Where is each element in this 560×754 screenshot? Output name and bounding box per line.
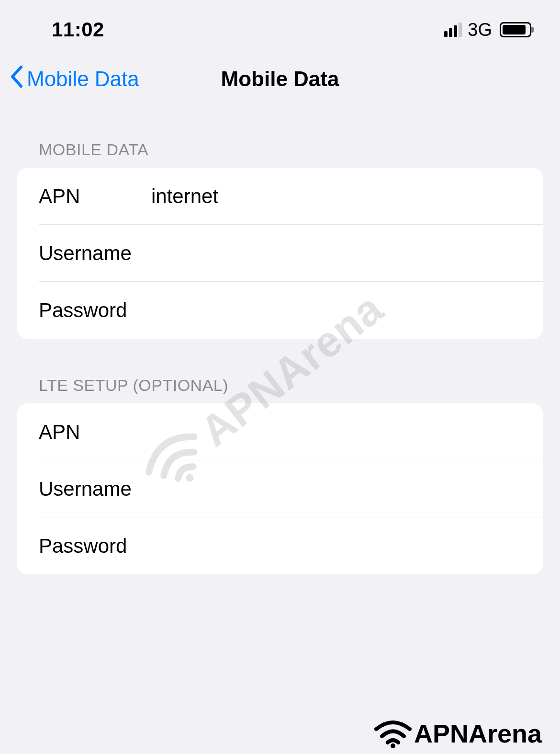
lte-apn-label: APN bbox=[39, 421, 151, 444]
status-time: 11:02 bbox=[52, 18, 104, 41]
lte-username-input[interactable] bbox=[151, 478, 521, 501]
lte-password-label: Password bbox=[39, 535, 151, 558]
lte-setup-group: APN Username Password bbox=[17, 403, 543, 574]
username-input[interactable] bbox=[151, 242, 521, 265]
signal-icon bbox=[444, 23, 462, 37]
apn-input[interactable] bbox=[151, 185, 521, 208]
mobile-data-username-row[interactable]: Username bbox=[17, 225, 543, 282]
username-label: Username bbox=[39, 242, 151, 265]
back-label: Mobile Data bbox=[27, 67, 139, 91]
mobile-data-group: APN Username Password bbox=[17, 168, 543, 339]
status-indicators: 3G bbox=[444, 20, 531, 40]
content-area: MOBILE DATA APN Username Password LTE SE… bbox=[0, 112, 560, 574]
status-bar: 11:02 3G bbox=[0, 0, 560, 51]
lte-apn-input[interactable] bbox=[151, 421, 521, 444]
password-label: Password bbox=[39, 299, 151, 322]
watermark-bottom: APNArena bbox=[374, 719, 542, 748]
network-type: 3G bbox=[468, 20, 492, 40]
section-header-mobile-data: MOBILE DATA bbox=[17, 140, 543, 168]
page-title: Mobile Data bbox=[221, 67, 339, 91]
lte-password-input[interactable] bbox=[151, 535, 521, 558]
back-button[interactable]: Mobile Data bbox=[10, 65, 139, 92]
lte-username-row[interactable]: Username bbox=[17, 460, 543, 517]
mobile-data-apn-row[interactable]: APN bbox=[17, 168, 543, 225]
svg-point-1 bbox=[391, 743, 395, 748]
mobile-data-password-row[interactable]: Password bbox=[17, 282, 543, 339]
chevron-left-icon bbox=[10, 65, 23, 92]
lte-apn-row[interactable]: APN bbox=[17, 403, 543, 460]
battery-icon bbox=[500, 22, 531, 37]
navigation-bar: Mobile Data Mobile Data bbox=[0, 51, 560, 112]
lte-password-row[interactable]: Password bbox=[17, 517, 543, 574]
password-input[interactable] bbox=[151, 299, 521, 322]
wifi-icon bbox=[374, 719, 412, 748]
lte-username-label: Username bbox=[39, 478, 151, 501]
section-header-lte-setup: LTE SETUP (OPTIONAL) bbox=[17, 376, 543, 403]
watermark-bottom-text: APNArena bbox=[414, 719, 542, 748]
apn-label: APN bbox=[39, 185, 151, 208]
